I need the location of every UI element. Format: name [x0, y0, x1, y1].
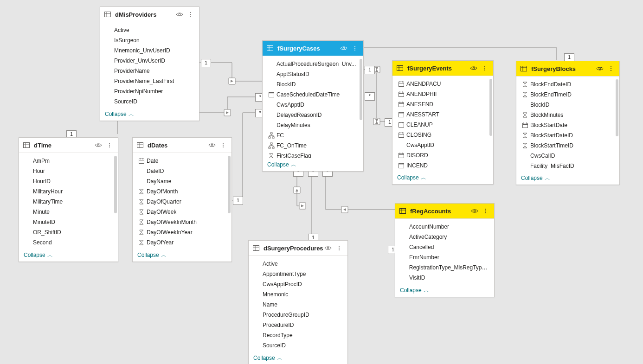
- collapse-button[interactable]: Collapse︿: [395, 284, 494, 297]
- field-row[interactable]: INCEND: [394, 160, 491, 171]
- field-row[interactable]: HourID: [21, 176, 116, 186]
- field-row[interactable]: ProviderNpiNumber: [102, 86, 197, 96]
- field-row[interactable]: DayOfWeekInMonth: [135, 217, 230, 227]
- scrollbar[interactable]: [114, 156, 117, 213]
- field-row[interactable]: BlockStartTimeID: [518, 140, 617, 151]
- field-row[interactable]: Mnemonic_UnvUserID: [102, 45, 197, 56]
- table-header[interactable]: fSurgeryBlocks: [516, 61, 619, 77]
- visibility-icon[interactable]: [469, 64, 478, 73]
- field-row[interactable]: BlockEndTimeID: [518, 89, 617, 100]
- field-row[interactable]: Name: [251, 300, 346, 310]
- field-row[interactable]: DelayedReasonID: [264, 110, 361, 120]
- visibility-icon[interactable]: [207, 140, 217, 150]
- table-dMisProviders[interactable]: dMisProviders ActiveIsSurgeonMnemonic_Un…: [100, 6, 199, 121]
- visibility-icon[interactable]: [470, 206, 479, 216]
- table-header[interactable]: dDates: [133, 138, 231, 153]
- visibility-icon[interactable]: [595, 64, 604, 73]
- field-row[interactable]: FirstCaseFlag: [264, 151, 361, 158]
- field-row[interactable]: AppointmentType: [251, 269, 346, 279]
- table-header[interactable]: dMisProviders: [100, 7, 199, 22]
- field-row[interactable]: SourceID: [102, 96, 197, 107]
- field-row[interactable]: CLEANUP: [394, 120, 491, 130]
- field-row[interactable]: CwsApptID: [394, 140, 491, 150]
- field-row[interactable]: IsSurgeon: [102, 35, 197, 45]
- scrollbar[interactable]: [360, 59, 362, 120]
- table-fRegAccounts[interactable]: fRegAccounts AccountNumberActiveCategory…: [395, 203, 495, 297]
- field-row[interactable]: FC_OnTime: [264, 140, 361, 151]
- collapse-button[interactable]: Collapse︿: [392, 171, 493, 184]
- field-row[interactable]: AccountNumber: [397, 222, 492, 232]
- field-row[interactable]: Facility_MisFacID: [518, 161, 617, 171]
- field-row[interactable]: FC: [264, 130, 361, 140]
- collapse-button[interactable]: Collapse︿: [133, 249, 231, 262]
- field-row[interactable]: Minute: [21, 207, 116, 217]
- field-row[interactable]: DelayMinutes: [264, 120, 361, 130]
- field-row[interactable]: BlockMinutes: [518, 110, 617, 120]
- field-row[interactable]: Mnemonic: [251, 289, 346, 300]
- field-row[interactable]: DayName: [135, 176, 230, 186]
- field-row[interactable]: OR_ShiftID: [21, 227, 116, 237]
- field-row[interactable]: ANESSTART: [394, 109, 491, 120]
- visibility-icon[interactable]: [339, 44, 348, 53]
- field-row[interactable]: MilitaryHour: [21, 186, 116, 197]
- table-header[interactable]: dTime: [19, 138, 118, 153]
- field-row[interactable]: ProviderName_LastFirst: [102, 76, 197, 86]
- collapse-button[interactable]: Collapse︿: [249, 351, 347, 364]
- more-icon[interactable]: [480, 64, 489, 73]
- field-row[interactable]: Hour: [21, 166, 116, 176]
- table-header[interactable]: fSurgeryCases: [263, 41, 363, 56]
- model-canvas[interactable]: 1 * 1 * 1 * 1 1 1 * * * 1 1 dMisProvider…: [0, 0, 643, 364]
- more-icon[interactable]: [481, 206, 490, 216]
- field-row[interactable]: Date: [135, 156, 230, 166]
- more-icon[interactable]: [186, 10, 195, 19]
- table-dDates[interactable]: dDates DateDateIDDayNameDayOfMonthDayOfQ…: [132, 137, 232, 262]
- field-row[interactable]: VisitID: [397, 273, 492, 283]
- table-header[interactable]: dSurgeryProcedures: [249, 241, 347, 256]
- field-row[interactable]: Cancelled: [397, 242, 492, 252]
- field-row[interactable]: MinuteID: [21, 217, 116, 227]
- field-row[interactable]: Provider_UnvUserID: [102, 56, 197, 66]
- field-row[interactable]: DayOfWeek: [135, 207, 230, 217]
- visibility-icon[interactable]: [94, 140, 103, 150]
- field-row[interactable]: CwsApptID: [264, 100, 361, 110]
- more-icon[interactable]: [219, 140, 228, 150]
- field-row[interactable]: DayOfWeekInYear: [135, 227, 230, 237]
- field-row[interactable]: ActiveCategory: [397, 232, 492, 242]
- scrollbar[interactable]: [616, 79, 618, 136]
- field-row[interactable]: SourceID: [251, 340, 346, 351]
- collapse-button[interactable]: Collapse︿: [100, 108, 199, 121]
- collapse-button[interactable]: Collapse︿: [263, 158, 363, 171]
- table-header[interactable]: fRegAccounts: [395, 204, 494, 219]
- field-row[interactable]: Second: [21, 237, 116, 248]
- more-icon[interactable]: [350, 44, 360, 53]
- field-row[interactable]: BlockID: [518, 100, 617, 110]
- scrollbar[interactable]: [489, 79, 492, 136]
- collapse-button[interactable]: Collapse︿: [516, 172, 619, 185]
- table-fSurgeryCases[interactable]: fSurgeryCases ActualProcedureSurgeon_Unv…: [262, 40, 364, 172]
- field-row[interactable]: MilitaryTime: [21, 197, 116, 207]
- field-row[interactable]: ApptStatusID: [264, 69, 361, 79]
- field-row[interactable]: RegistrationType_MisRegTypeID: [397, 262, 492, 273]
- more-icon[interactable]: [334, 243, 344, 253]
- field-row[interactable]: Active: [251, 259, 346, 269]
- field-row[interactable]: ProviderName: [102, 66, 197, 76]
- visibility-icon[interactable]: [323, 243, 333, 253]
- more-icon[interactable]: [606, 64, 616, 73]
- field-row[interactable]: BlockEndDateID: [518, 79, 617, 89]
- table-dSurgeryProcedures[interactable]: dSurgeryProcedures ActiveAppointmentType…: [248, 240, 348, 364]
- collapse-button[interactable]: Collapse︿: [19, 249, 118, 262]
- field-row[interactable]: ActualProcedureSurgeon_Unv...: [264, 59, 361, 69]
- field-row[interactable]: DayOfQuarter: [135, 197, 230, 207]
- field-row[interactable]: ANENDPACU: [394, 79, 491, 89]
- field-row[interactable]: AmPm: [21, 156, 116, 166]
- field-row[interactable]: RecordType: [251, 330, 346, 340]
- field-row[interactable]: ProcedureID: [251, 320, 346, 330]
- field-row[interactable]: BlockID: [264, 79, 361, 89]
- field-row[interactable]: BlockStartDateID: [518, 130, 617, 140]
- field-row[interactable]: BlockStartDate: [518, 120, 617, 130]
- table-dTime[interactable]: dTime AmPmHourHourIDMilitaryHourMilitary…: [19, 137, 118, 262]
- field-row[interactable]: ANENDPHII: [394, 89, 491, 99]
- field-row[interactable]: DISORD: [394, 150, 491, 160]
- field-row[interactable]: CLOSING: [394, 130, 491, 140]
- visibility-icon[interactable]: [175, 10, 184, 19]
